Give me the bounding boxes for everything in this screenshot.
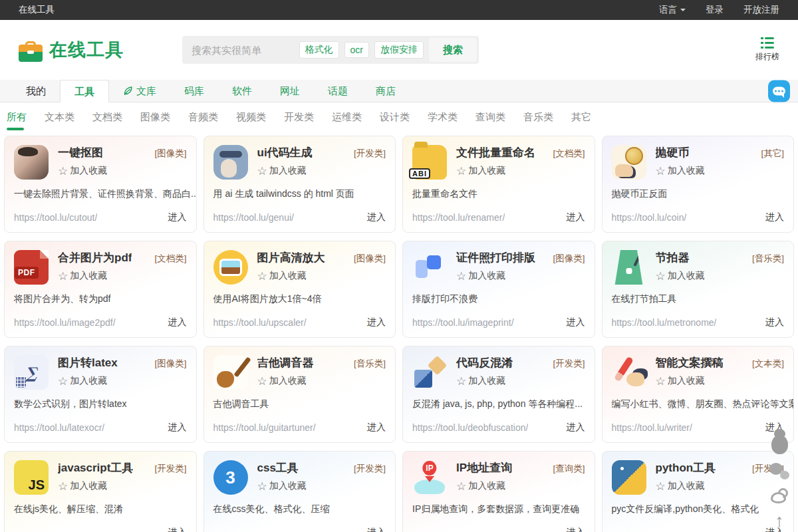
hot-tag-format[interactable]: 格式化: [299, 41, 339, 59]
tool-card-renamer[interactable]: ABI 文件批量重命名[文档类] ☆加入收藏 批量重命名文件 https://t…: [402, 136, 595, 233]
tool-card-javascript[interactable]: JS javascript工具[开发类] ☆加入收藏 在线js美化、解压缩、混淆…: [4, 451, 197, 532]
category-video[interactable]: 视频类: [236, 111, 266, 125]
enter-link[interactable]: 进入: [367, 527, 386, 532]
enter-link[interactable]: 进入: [168, 527, 187, 532]
tab-sites[interactable]: 网址: [266, 80, 314, 102]
tool-title[interactable]: 文件批量重命名: [456, 145, 535, 160]
tab-code[interactable]: 码库: [170, 80, 218, 102]
site-logo[interactable]: 在线工具: [19, 38, 124, 62]
favorite-button[interactable]: ☆加入收藏: [58, 270, 187, 282]
enter-link[interactable]: 进入: [567, 317, 585, 329]
category-design[interactable]: 设计类: [380, 111, 410, 125]
category-ops[interactable]: 运维类: [332, 111, 362, 125]
tool-title[interactable]: 节拍器: [656, 250, 690, 265]
tool-card-imageprint[interactable]: 证件照打印排版[图像类] ☆加入收藏 排版打印不浪费 https://tool.…: [402, 241, 595, 338]
favorite-button[interactable]: ☆加入收藏: [456, 270, 585, 282]
tool-card-coin[interactable]: 抛硬币[其它] ☆加入收藏 抛硬币正反面 https://tool.lu/coi…: [602, 136, 795, 233]
tool-title[interactable]: 吉他调音器: [257, 355, 314, 370]
favorite-button[interactable]: ☆加入收藏: [456, 375, 585, 387]
back-to-top-arrow-icon[interactable]: ↑: [775, 512, 784, 530]
category-image[interactable]: 图像类: [140, 111, 170, 125]
favorite-button[interactable]: ☆加入收藏: [656, 165, 785, 177]
tool-card-metronome[interactable]: 节拍器[音乐类] ☆加入收藏 在线打节拍工具 https://tool.lu/m…: [602, 241, 795, 338]
category-academic[interactable]: 学术类: [428, 111, 458, 125]
enter-link[interactable]: 进入: [765, 317, 784, 329]
tool-title[interactable]: 图片转latex: [58, 355, 118, 370]
favorite-button[interactable]: ☆加入收藏: [257, 375, 386, 387]
register-link[interactable]: 开放注册: [743, 4, 779, 16]
enter-link[interactable]: 进入: [168, 211, 187, 223]
tool-card-image2pdf[interactable]: PDF 合并图片为pdf[文档类] ☆加入收藏 将图片合并为、转为pdf htt…: [4, 241, 197, 338]
tool-card-genui[interactable]: ui代码生成[开发类] ☆加入收藏 用 ai 生成 tailwindcss 的 …: [203, 136, 396, 233]
tab-tools[interactable]: 工具: [60, 80, 109, 102]
tool-title[interactable]: 代码反混淆: [456, 355, 513, 370]
category-text[interactable]: 文本类: [45, 111, 74, 125]
tool-title[interactable]: python工具: [656, 460, 716, 475]
ranking-link[interactable]: 排行榜: [755, 37, 779, 63]
tool-card-css[interactable]: 3 css工具[开发类] ☆加入收藏 在线css美化、格式化、压缩 进入: [203, 451, 396, 532]
favorite-button[interactable]: ☆加入收藏: [257, 480, 386, 492]
favorite-button[interactable]: ☆加入收藏: [656, 480, 785, 492]
star-icon: ☆: [257, 481, 267, 492]
category-audio[interactable]: 音频类: [188, 111, 218, 125]
topbar-brand[interactable]: 在线工具: [19, 4, 55, 16]
tool-card-python[interactable]: python工具[开发类] ☆加入收藏 pyc文件反编译,python美化、格式…: [602, 451, 795, 532]
search-input[interactable]: [192, 45, 299, 56]
category-query[interactable]: 查询类: [475, 111, 505, 125]
enter-link[interactable]: 进入: [168, 422, 187, 434]
enter-link[interactable]: 进入: [567, 422, 585, 434]
tab-software[interactable]: 软件: [218, 80, 266, 102]
favorite-button[interactable]: ☆加入收藏: [656, 375, 785, 387]
hot-tag-ocr[interactable]: ocr: [344, 42, 369, 58]
tool-title[interactable]: javascript工具: [58, 460, 133, 475]
tool-title[interactable]: 证件照打印排版: [456, 250, 535, 265]
favorite-button[interactable]: ☆加入收藏: [456, 480, 585, 492]
tab-mine[interactable]: 我的: [12, 80, 60, 102]
favorite-button[interactable]: ☆加入收藏: [257, 270, 386, 282]
enter-link[interactable]: 进入: [765, 211, 784, 223]
wechat-share-icon[interactable]: [769, 463, 789, 479]
category-other[interactable]: 其它: [571, 111, 591, 125]
favorite-button[interactable]: ☆加入收藏: [656, 270, 785, 282]
enter-link[interactable]: 进入: [367, 317, 386, 329]
tool-title[interactable]: 抛硬币: [656, 145, 690, 160]
category-all[interactable]: 所有: [7, 111, 27, 125]
enter-link[interactable]: 进入: [168, 317, 187, 329]
tool-title[interactable]: 一键抠图: [58, 145, 103, 160]
qq-share-icon[interactable]: [771, 435, 788, 454]
hot-tag-holiday[interactable]: 放假安排: [374, 41, 424, 59]
enter-link[interactable]: 进入: [567, 527, 585, 532]
tab-library[interactable]: 文库: [109, 80, 170, 102]
weibo-share-icon[interactable]: [771, 488, 788, 503]
tab-shop[interactable]: 商店: [362, 80, 410, 102]
tool-card-deobfuscation[interactable]: 代码反混淆[开发类] ☆加入收藏 反混淆 java, js, php, pyth…: [402, 346, 595, 443]
enter-link[interactable]: 进入: [367, 211, 386, 223]
favorite-button[interactable]: ☆加入收藏: [456, 165, 585, 177]
tool-title[interactable]: ui代码生成: [257, 145, 313, 160]
favorite-button[interactable]: ☆加入收藏: [58, 375, 187, 387]
category-document[interactable]: 文档类: [92, 111, 122, 125]
favorite-button[interactable]: ☆加入收藏: [58, 480, 187, 492]
chat-button[interactable]: [768, 80, 790, 102]
tool-card-latexocr[interactable]: ∑ 图片转latex[图像类] ☆加入收藏 数学公式识别，图片转latex ht…: [4, 346, 197, 443]
tool-card-ip[interactable]: IP IP地址查询[查询类] ☆加入收藏 IP归属地查询，多套数据源，查询更准确…: [402, 451, 595, 532]
login-link[interactable]: 登录: [706, 4, 724, 16]
tool-card-writer[interactable]: 智能文案撰稿[文本类] ☆加入收藏 编写小红书、微博、朋友圈、热点评论等文案 h…: [602, 346, 795, 443]
favorite-button[interactable]: ☆加入收藏: [58, 165, 187, 177]
enter-link[interactable]: 进入: [567, 211, 585, 223]
language-menu[interactable]: 语言: [659, 4, 686, 16]
tool-card-guitartuner[interactable]: 吉他调音器[音乐类] ☆加入收藏 吉他调音工具 https://tool.lu/…: [203, 346, 396, 443]
tool-card-cutout[interactable]: 一键抠图[图像类] ☆加入收藏 一键去除照片背景、证件照换背景、商品白... h…: [4, 136, 197, 233]
tab-topics[interactable]: 话题: [314, 80, 362, 102]
tool-title[interactable]: IP地址查询: [456, 460, 512, 475]
tool-card-upscaler[interactable]: 图片高清放大[图像类] ☆加入收藏 使用AI将图片放大1倍~4倍 https:/…: [203, 241, 396, 338]
favorite-button[interactable]: ☆加入收藏: [257, 165, 386, 177]
search-button[interactable]: 搜索: [429, 38, 477, 62]
tool-title[interactable]: 图片高清放大: [257, 250, 325, 265]
category-music[interactable]: 音乐类: [523, 111, 553, 125]
tool-title[interactable]: 智能文案撰稿: [656, 355, 724, 370]
tool-title[interactable]: css工具: [257, 460, 299, 475]
category-dev[interactable]: 开发类: [284, 111, 314, 125]
tool-title[interactable]: 合并图片为pdf: [58, 250, 132, 265]
enter-link[interactable]: 进入: [367, 422, 386, 434]
